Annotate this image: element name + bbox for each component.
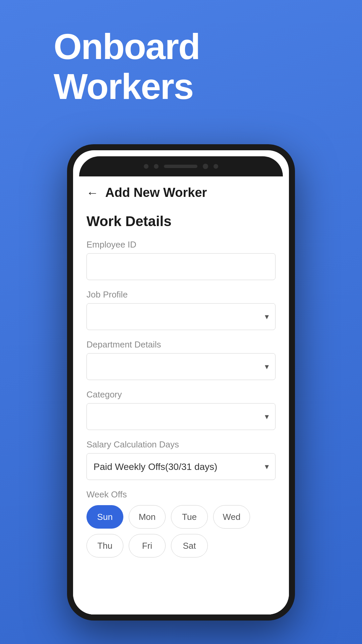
notch-dot-left — [144, 164, 148, 169]
notch-dot-center — [154, 164, 159, 169]
hero-line1: Onboard — [54, 27, 308, 67]
back-button[interactable]: ← — [86, 186, 99, 200]
category-select[interactable] — [86, 403, 276, 430]
day-sun[interactable]: Sun — [86, 505, 123, 529]
hero-line2: Workers — [54, 67, 308, 107]
department-details-select-wrapper — [86, 353, 276, 380]
phone-device: ← Add New Worker Work Details Employee I… — [67, 144, 295, 621]
employee-id-label: Employee ID — [86, 239, 276, 250]
job-profile-select-wrapper — [86, 303, 276, 330]
screen-content: ← Add New Worker Work Details Employee I… — [73, 175, 289, 614]
form-container: Work Details Employee ID Job Profile — [73, 207, 289, 580]
day-sat[interactable]: Sat — [171, 534, 208, 557]
week-days-container: Sun Mon Tue Wed Thu Fri Sat — [86, 505, 276, 557]
notch-speaker — [164, 165, 197, 168]
department-details-label: Department Details — [86, 339, 276, 350]
salary-calc-days-select-wrapper: Paid Weekly Offs(30/31 days) Unpaid Week… — [86, 453, 276, 480]
category-group: Category — [86, 389, 276, 430]
notch-dot-right — [214, 164, 218, 169]
week-offs-label: Week Offs — [86, 489, 276, 500]
day-tue[interactable]: Tue — [171, 505, 208, 529]
job-profile-label: Job Profile — [86, 289, 276, 300]
page-title: Add New Worker — [105, 185, 207, 200]
department-details-group: Department Details — [86, 339, 276, 380]
phone-frame: ← Add New Worker Work Details Employee I… — [67, 144, 295, 621]
week-offs-group: Week Offs Sun Mon Tue Wed Thu Fri Sat — [86, 489, 276, 557]
phone-screen: ← Add New Worker Work Details Employee I… — [73, 150, 289, 614]
employee-id-group: Employee ID — [86, 239, 276, 280]
department-details-select[interactable] — [86, 353, 276, 380]
employee-id-input[interactable] — [86, 253, 276, 280]
hero-text: Onboard Workers — [54, 27, 308, 107]
phone-notch — [79, 156, 283, 176]
section-title: Work Details — [86, 213, 276, 229]
job-profile-select[interactable] — [86, 303, 276, 330]
day-fri[interactable]: Fri — [129, 534, 166, 557]
screen-header: ← Add New Worker — [73, 175, 289, 207]
day-mon[interactable]: Mon — [129, 505, 166, 529]
salary-calc-days-label: Salary Calculation Days — [86, 439, 276, 450]
category-select-wrapper — [86, 403, 276, 430]
day-wed[interactable]: Wed — [213, 505, 250, 529]
category-label: Category — [86, 389, 276, 400]
bottom-fade — [73, 588, 289, 614]
salary-calc-days-group: Salary Calculation Days Paid Weekly Offs… — [86, 439, 276, 480]
job-profile-group: Job Profile — [86, 289, 276, 330]
salary-calc-days-select[interactable]: Paid Weekly Offs(30/31 days) Unpaid Week… — [86, 453, 276, 480]
notch-camera — [203, 164, 208, 169]
day-thu[interactable]: Thu — [86, 534, 123, 557]
